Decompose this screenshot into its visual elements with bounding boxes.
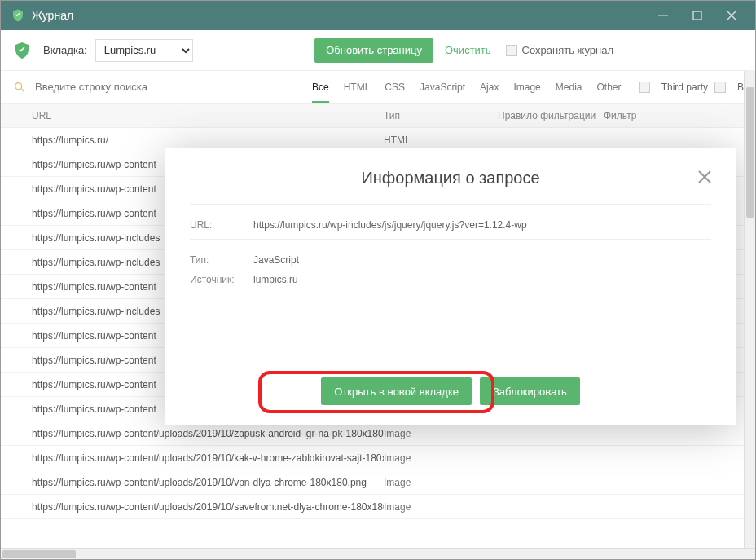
titlebar: Журнал: [1, 1, 755, 30]
modal-url-label: URL:: [190, 219, 253, 231]
filter-tab-js[interactable]: JavaScript: [420, 82, 465, 93]
app-shield-icon: [11, 8, 25, 23]
cell-url: https://lumpics.ru/wp-content/uploads/20…: [1, 428, 384, 439]
filter-tab-other[interactable]: Other: [596, 82, 621, 93]
third-party-label: Third party: [662, 82, 708, 93]
save-log-label: Сохранять журнал: [522, 44, 613, 56]
filter-tab-all[interactable]: Все: [312, 82, 329, 103]
toolbar: Вкладка: Lumpics.ru Обновить страницу Оч…: [1, 30, 755, 71]
modal-source-label: Источник:: [190, 274, 253, 285]
search-icon: [12, 80, 27, 95]
cell-type: HTML: [384, 134, 498, 146]
filter-tab-html[interactable]: HTML: [344, 82, 371, 93]
refresh-button[interactable]: Обновить страницу: [314, 38, 433, 63]
vertical-scrollbar[interactable]: [744, 71, 755, 548]
save-log-checkbox[interactable]: [506, 45, 517, 56]
cell-type: Image: [384, 428, 498, 439]
window-title: Журнал: [32, 9, 73, 22]
table-header: URL Тип Правило фильтрации Фильтр: [1, 104, 755, 128]
modal-close-button[interactable]: [697, 169, 714, 187]
minimize-button[interactable]: [646, 1, 680, 30]
cell-type: Image: [384, 452, 498, 464]
cell-url: https://lumpics.ru/wp-content/uploads/20…: [1, 452, 384, 464]
filter-bar: Все HTML CSS JavaScript Ajax Image Media…: [1, 71, 755, 104]
horizontal-scrollbar[interactable]: [1, 548, 755, 559]
svg-rect-0: [658, 15, 668, 16]
modal-source-value: lumpics.ru: [253, 274, 298, 285]
shield-icon: [12, 41, 32, 60]
filter-tab-image[interactable]: Image: [513, 82, 540, 93]
app-window: Журнал Вкладка: Lumpics.ru Обновить стра…: [0, 0, 756, 560]
cell-url: https://lumpics.ru/: [1, 134, 384, 146]
search-input[interactable]: [35, 76, 279, 99]
table-row[interactable]: https://lumpics.ru/wp-content/uploads/20…: [1, 446, 755, 470]
third-party-checkbox[interactable]: [639, 82, 650, 93]
open-new-tab-button[interactable]: Открыть в новой вкладке: [321, 377, 472, 405]
col-header-type: Тип: [384, 110, 498, 121]
cell-type: Image: [384, 501, 498, 513]
modal-type-label: Тип:: [190, 254, 253, 266]
svg-line-3: [21, 89, 24, 91]
blocked-checkbox[interactable]: [714, 82, 726, 93]
block-button[interactable]: Заблокировать: [480, 377, 580, 405]
filter-tab-media[interactable]: Media: [556, 82, 582, 93]
modal-type-value: JavaScript: [253, 254, 299, 266]
col-header-rule: Правило фильтрации: [498, 110, 604, 121]
modal-url-value: https://lumpics.ru/wp-includes/js/jquery…: [253, 219, 527, 231]
table-row[interactable]: https://lumpics.ru/wp-content/uploads/20…: [1, 495, 755, 519]
request-info-modal: Информация о запросе URL: https://lumpic…: [165, 148, 736, 425]
maximize-button[interactable]: [680, 1, 714, 30]
svg-rect-1: [693, 11, 701, 20]
tab-label: Вкладка:: [43, 44, 87, 56]
clear-link[interactable]: Очистить: [445, 44, 491, 56]
col-header-url: URL: [1, 110, 384, 121]
table-row[interactable]: https://lumpics.ru/wp-content/uploads/20…: [1, 421, 755, 446]
table-row[interactable]: https://lumpics.ru/wp-content/uploads/20…: [1, 470, 755, 495]
filter-tab-ajax[interactable]: Ajax: [480, 82, 499, 93]
blocked-label-cut: B: [737, 82, 744, 93]
cell-url: https://lumpics.ru/wp-content/uploads/20…: [1, 501, 384, 513]
cell-url: https://lumpics.ru/wp-content/uploads/20…: [1, 477, 384, 488]
tab-select[interactable]: Lumpics.ru: [95, 39, 193, 62]
svg-point-2: [15, 82, 22, 89]
cell-type: Image: [384, 477, 498, 488]
type-filters: Все HTML CSS JavaScript Ajax Image Media…: [312, 82, 621, 93]
col-header-filter: Фильтр: [604, 110, 755, 121]
modal-title: Информация о запросе: [190, 169, 711, 187]
close-button[interactable]: [714, 1, 749, 30]
filter-tab-css[interactable]: CSS: [385, 82, 405, 93]
